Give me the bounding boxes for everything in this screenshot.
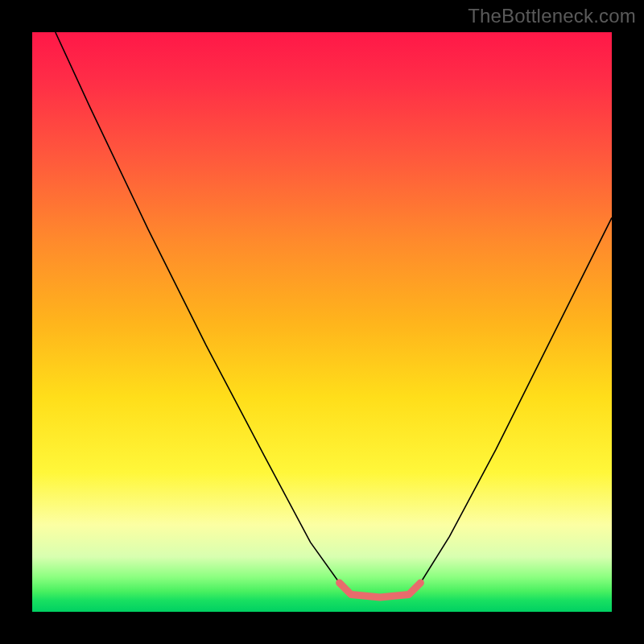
bottleneck-curve bbox=[56, 32, 612, 597]
watermark-text: TheBottleneck.com bbox=[468, 5, 636, 27]
plot-area bbox=[32, 32, 612, 612]
chart-frame: TheBottleneck.com bbox=[0, 0, 644, 644]
optimal-floor-marker bbox=[340, 583, 421, 597]
curve-layer bbox=[32, 32, 612, 612]
